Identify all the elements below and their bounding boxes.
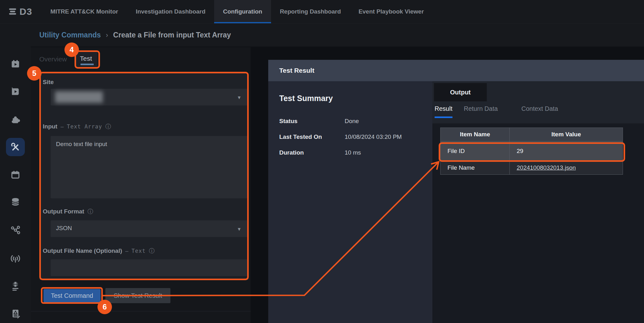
calendar-icon [10,169,21,180]
output-file-name-label: Output File Name (Optional) [43,247,122,254]
summary-label: Last Tested On [279,133,345,140]
info-icon[interactable]: ⓘ [105,123,111,130]
d3-logo-text: D3 [19,6,32,17]
file-name-value-cell: 20241008032013.json [510,161,623,175]
table-row-file-id: File ID 29 [441,141,623,161]
subtab-result-active-indicator [435,116,452,118]
info-icon[interactable]: ⓘ [149,247,154,255]
type-separator: – [60,123,64,130]
output-format-select[interactable]: JSON ▼ [51,220,248,237]
puzzle-icon [10,114,21,125]
test-command-button[interactable]: Test Command [43,289,101,302]
input-field-type: Text Array [67,123,102,130]
test-result-title: Test Result [268,67,314,74]
globe-rules-icon [10,281,21,292]
breadcrumb-parent-link[interactable]: Utility Commands [39,31,101,39]
info-icon[interactable]: ⓘ [87,208,93,215]
breadcrumb: Utility Commands › Create a File from in… [0,31,231,39]
input-textarea-value: Demo text file input [56,141,107,148]
result-table: Item Name Item Value File ID 29 File Nam… [440,128,623,175]
site-selected-value-redacted [55,91,103,103]
tab-test[interactable]: Test [80,55,92,62]
tools-icon [10,142,21,152]
column-header-item-value: Item Value [510,128,623,141]
sidebar-item-utility-tools[interactable] [10,142,21,152]
breadcrumb-separator-icon: › [106,31,108,39]
sidebar-item-integrations-puzzle[interactable] [10,114,21,125]
nav-item-investigation-dashboard[interactable]: Investigation Dashboard [127,0,214,23]
sidebar-item-database[interactable] [10,196,21,207]
duration-value: 10 ms [345,149,361,156]
subtab-context-data[interactable]: Context Data [521,105,558,112]
sidebar-item-network-nodes[interactable] [10,224,21,235]
subtab-return-data[interactable]: Return Data [464,105,498,112]
sidebar-item-scheduled-playbook[interactable] [10,59,21,69]
nav-item-reporting-dashboard[interactable]: Reporting Dashboard [271,0,350,23]
panel-divider [31,311,251,311]
primary-nav: MITRE ATT&CK Monitor Investigation Dashb… [42,0,432,23]
tab-overview[interactable]: Overview [39,55,67,63]
status-value: Done [345,118,359,125]
type-separator: – [125,248,128,254]
output-format-label: Output Format [43,208,84,215]
sidebar-item-broadcast[interactable] [10,253,21,264]
chevron-down-icon: ▼ [237,226,242,231]
site-field-label: Site [43,79,54,86]
page-title: Create a File from input Text Array [113,31,231,39]
file-id-value-cell: 29 [510,141,623,161]
sidebar-item-calendar[interactable] [10,169,21,180]
sidebar-item-incident-report[interactable] [10,308,21,319]
calendar-play-icon [10,59,21,69]
output-file-name-input[interactable] [51,259,248,276]
breadcrumb-bar: Utility Commands › Create a File from in… [0,24,644,47]
summary-label: Status [279,118,345,125]
summary-row-last-tested: Last Tested On 10/08/2024 03:20 PM [279,133,402,140]
summary-label: Duration [279,149,345,156]
column-header-item-name: Item Name [441,128,510,141]
test-summary-section: Test Summary Status Done Last Tested On … [268,81,432,323]
sidebar-item-geo-rules[interactable] [10,281,21,292]
output-format-value: JSON [56,225,72,232]
tab-test-active-indicator [80,64,94,65]
file-id-name-cell: File ID [441,141,510,161]
test-form: Site ▼ Input – Text Array ⓘ Demo text fi… [39,73,249,280]
app-window: D3 MITRE ATT&CK Monitor Investigation Da… [0,0,644,323]
output-file-name-type: Text [131,248,146,254]
test-result-header: Test Result [268,60,644,81]
subtab-result[interactable]: Result [435,105,452,112]
chevron-down-icon: ▼ [237,94,242,100]
tab-output[interactable]: Output [434,83,487,101]
show-test-result-button[interactable]: Show Test Result [105,288,170,303]
database-icon [10,196,21,207]
broadcast-icon [10,253,21,264]
test-summary-title: Test Summary [279,94,333,103]
table-row-file-name: File Name 20241008032013.json [441,161,623,175]
result-table-header-row: Item Name Item Value [441,128,623,141]
d3-logo[interactable]: D3 [0,0,42,23]
d3-logo-icon [8,7,18,16]
incident-report-icon [10,308,21,319]
file-name-name-cell: File Name [441,161,510,175]
file-download-link[interactable]: 20241008032013.json [517,164,576,171]
sidebar-rail [0,24,31,323]
summary-row-status: Status Done [279,118,359,125]
video-library-icon [10,86,21,97]
network-nodes-icon [10,224,21,235]
nav-item-configuration[interactable]: Configuration [214,0,271,23]
last-tested-value: 10/08/2024 03:20 PM [345,133,402,140]
site-select[interactable]: ▼ [51,89,248,105]
command-test-panel: Overview Test Site ▼ Input – Text Array … [31,47,251,323]
nav-item-mitre-attack-monitor[interactable]: MITRE ATT&CK Monitor [42,0,127,23]
input-field-label: Input [43,123,57,130]
sidebar-item-video-library[interactable] [10,86,21,97]
nav-item-event-playbook-viewer[interactable]: Event Playbook Viewer [350,0,433,23]
top-nav: D3 MITRE ATT&CK Monitor Investigation Da… [0,0,644,24]
input-textarea[interactable]: Demo text file input [51,136,248,198]
summary-row-duration: Duration 10 ms [279,149,361,156]
